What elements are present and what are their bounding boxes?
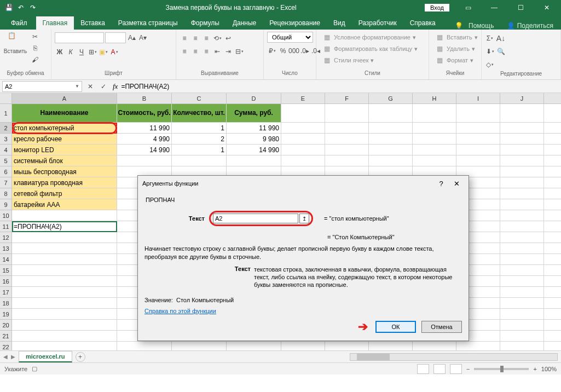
cell[interactable] (325, 155, 369, 166)
conditional-formatting-button[interactable]: ▦Условное форматирование ▾ (320, 32, 418, 43)
cell[interactable] (227, 342, 281, 350)
align-left-icon[interactable]: ≡ (180, 47, 189, 56)
tab-data[interactable]: Данные (226, 16, 263, 30)
cell[interactable]: мышь беспроводная (12, 166, 117, 177)
col-header-B[interactable]: B (117, 93, 172, 104)
tell-me-label[interactable]: Помощь (469, 22, 494, 30)
inc-decimal-icon[interactable]: .0▸ (300, 46, 310, 56)
zoom-level[interactable]: 100% (541, 366, 557, 372)
cell[interactable] (12, 210, 117, 221)
dialog-close-icon[interactable]: ✕ (449, 180, 464, 188)
tab-review[interactable]: Рецензирование (263, 16, 327, 30)
cell[interactable] (500, 155, 544, 166)
cell[interactable] (500, 265, 544, 276)
cell[interactable] (500, 298, 544, 309)
row-header-22[interactable]: 22 (0, 342, 12, 350)
cell[interactable] (413, 134, 456, 145)
function-help-link[interactable]: Справка по этой функции (144, 308, 216, 314)
range-selector-icon[interactable]: ↥ (299, 214, 309, 223)
percent-icon[interactable]: % (278, 46, 288, 56)
underline-icon[interactable]: Ч (77, 47, 86, 57)
cell[interactable] (12, 243, 117, 254)
cell[interactable] (544, 134, 561, 145)
orientation-icon[interactable]: ⟲ (212, 33, 222, 43)
cell[interactable] (500, 243, 544, 254)
paste-button[interactable]: 📋 Вставить (3, 32, 27, 54)
indent-inc-icon[interactable]: ⇥ (223, 47, 233, 56)
comma-icon[interactable]: 000 (289, 46, 299, 56)
cell[interactable] (500, 104, 544, 123)
accept-formula-icon[interactable]: ✓ (101, 83, 106, 90)
fill-icon[interactable]: ⬇ (485, 47, 495, 56)
row-header-3[interactable]: 3 (0, 134, 12, 145)
row-header-10[interactable]: 10 (0, 210, 12, 221)
cell[interactable] (544, 166, 561, 177)
cell[interactable]: Количество, шт. (172, 104, 227, 123)
cell[interactable]: Сумма, руб. (227, 104, 281, 123)
cell[interactable]: 14 990 (227, 145, 281, 155)
undo-icon[interactable]: ↶ (16, 3, 25, 12)
copy-icon[interactable]: ⎘ (30, 43, 41, 53)
row-header-7[interactable]: 7 (0, 177, 12, 188)
cell[interactable] (12, 254, 117, 265)
cell[interactable]: батарейки ААА (12, 199, 117, 210)
wrap-text-icon[interactable]: ↩ (223, 33, 233, 43)
tell-me-icon[interactable]: 💡 (455, 22, 463, 30)
autosum-icon[interactable]: Σ (485, 33, 495, 43)
row-header-8[interactable]: 8 (0, 188, 12, 199)
row-header-13[interactable]: 13 (0, 243, 12, 254)
row-header-16[interactable]: 16 (0, 276, 12, 287)
cell[interactable] (500, 221, 544, 232)
cell[interactable] (12, 320, 117, 331)
cell[interactable] (544, 254, 561, 265)
border-icon[interactable]: ⊞ (88, 47, 97, 57)
delete-cells-button[interactable]: ▦Удалить ▾ (432, 43, 477, 54)
cell[interactable] (369, 342, 413, 350)
col-header-D[interactable]: D (227, 93, 281, 104)
cell[interactable]: 11 990 (227, 123, 281, 134)
font-name-select[interactable] (55, 32, 104, 43)
align-right-icon[interactable]: ≡ (201, 47, 211, 56)
col-header-G[interactable]: G (369, 93, 413, 104)
formula-input[interactable] (118, 83, 561, 90)
align-center-icon[interactable]: ≡ (190, 47, 200, 56)
add-sheet-button[interactable]: + (76, 352, 85, 362)
decrease-font-icon[interactable]: A▾ (138, 33, 148, 43)
cell[interactable]: Стоимость, руб. (117, 104, 172, 123)
cell[interactable] (325, 123, 369, 134)
sheet-tab-active[interactable]: microexcel.ru (19, 351, 72, 362)
cell[interactable] (281, 342, 325, 350)
row-header-20[interactable]: 20 (0, 320, 12, 331)
row-header-15[interactable]: 15 (0, 265, 12, 276)
cell[interactable] (281, 155, 325, 166)
cell[interactable] (544, 145, 561, 155)
cell[interactable] (369, 123, 413, 134)
zoom-in-icon[interactable]: + (533, 366, 536, 372)
tab-help[interactable]: Справка (403, 16, 442, 30)
format-painter-icon[interactable]: 🖌 (30, 55, 41, 65)
macro-record-icon[interactable]: ▢ (32, 365, 37, 372)
cell[interactable] (500, 166, 544, 177)
cell[interactable] (12, 298, 117, 309)
cell[interactable] (500, 254, 544, 265)
row-header-1[interactable]: 1 (0, 104, 12, 123)
align-bottom-icon[interactable]: ≡ (201, 33, 211, 43)
italic-icon[interactable]: К (66, 47, 76, 57)
row-header-2[interactable]: 2 (0, 123, 12, 134)
view-normal-icon[interactable] (417, 364, 429, 374)
cell[interactable] (413, 123, 456, 134)
cancel-formula-icon[interactable]: ✕ (88, 83, 93, 90)
tab-view[interactable]: Вид (327, 16, 352, 30)
cell[interactable] (369, 155, 413, 166)
format-as-table-button[interactable]: ▦Форматировать как таблицу ▾ (320, 43, 420, 54)
cut-icon[interactable]: ✂ (30, 32, 41, 42)
sheet-nav-prev-icon[interactable]: ◀ (3, 354, 8, 360)
insert-cells-button[interactable]: ▦Вставить ▾ (432, 32, 480, 43)
cell-styles-button[interactable]: ▦Стили ячеек ▾ (320, 55, 376, 66)
col-header-I[interactable]: I (456, 93, 500, 104)
merge-icon[interactable]: ⊟ (234, 47, 244, 56)
row-header-6[interactable]: 6 (0, 166, 12, 177)
view-page-break-icon[interactable] (450, 364, 462, 374)
cell[interactable] (281, 104, 325, 123)
cell[interactable] (544, 210, 561, 221)
